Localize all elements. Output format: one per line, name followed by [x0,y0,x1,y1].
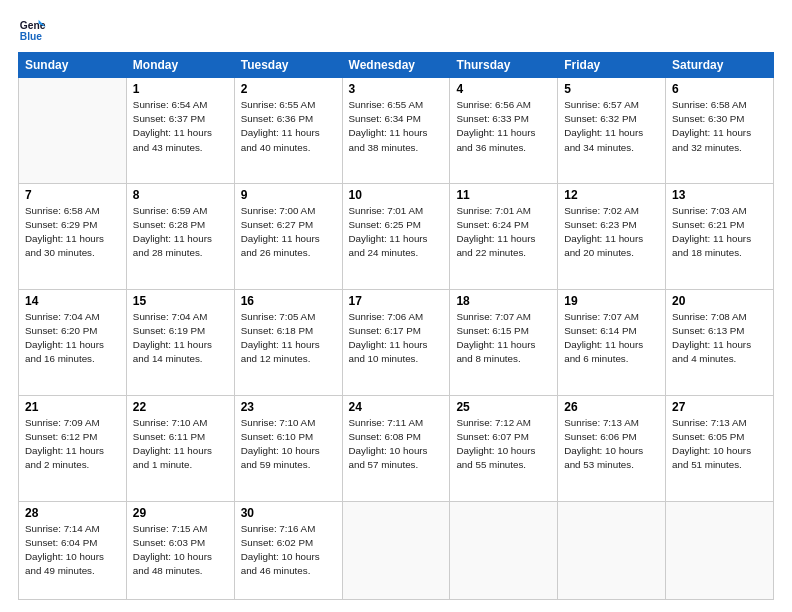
calendar-day-cell: 17Sunrise: 7:06 AMSunset: 6:17 PMDayligh… [342,289,450,395]
calendar-day-cell: 21Sunrise: 7:09 AMSunset: 6:12 PMDayligh… [19,395,127,501]
calendar-day-cell [342,501,450,600]
calendar-day-cell: 26Sunrise: 7:13 AMSunset: 6:06 PMDayligh… [558,395,666,501]
calendar-day-cell [19,78,127,184]
day-number: 10 [349,188,444,202]
day-number: 4 [456,82,551,96]
day-info: Sunrise: 7:02 AMSunset: 6:23 PMDaylight:… [564,204,659,261]
day-of-week-header: Friday [558,53,666,78]
day-number: 9 [241,188,336,202]
day-number: 20 [672,294,767,308]
day-of-week-header: Wednesday [342,53,450,78]
page-header: General Blue [18,16,774,44]
day-number: 17 [349,294,444,308]
day-number: 24 [349,400,444,414]
day-info: Sunrise: 7:08 AMSunset: 6:13 PMDaylight:… [672,310,767,367]
day-info: Sunrise: 7:07 AMSunset: 6:14 PMDaylight:… [564,310,659,367]
calendar-day-cell: 13Sunrise: 7:03 AMSunset: 6:21 PMDayligh… [666,183,774,289]
day-number: 13 [672,188,767,202]
day-number: 19 [564,294,659,308]
day-number: 26 [564,400,659,414]
svg-text:General: General [20,20,46,31]
day-number: 18 [456,294,551,308]
day-info: Sunrise: 7:01 AMSunset: 6:24 PMDaylight:… [456,204,551,261]
calendar-day-cell: 30Sunrise: 7:16 AMSunset: 6:02 PMDayligh… [234,501,342,600]
day-info: Sunrise: 7:10 AMSunset: 6:11 PMDaylight:… [133,416,228,473]
day-number: 3 [349,82,444,96]
day-info: Sunrise: 6:54 AMSunset: 6:37 PMDaylight:… [133,98,228,155]
calendar-day-cell: 29Sunrise: 7:15 AMSunset: 6:03 PMDayligh… [126,501,234,600]
calendar-week-row: 7Sunrise: 6:58 AMSunset: 6:29 PMDaylight… [19,183,774,289]
day-info: Sunrise: 7:04 AMSunset: 6:19 PMDaylight:… [133,310,228,367]
calendar-day-cell: 11Sunrise: 7:01 AMSunset: 6:24 PMDayligh… [450,183,558,289]
day-info: Sunrise: 6:55 AMSunset: 6:34 PMDaylight:… [349,98,444,155]
day-of-week-header: Thursday [450,53,558,78]
calendar-day-cell: 22Sunrise: 7:10 AMSunset: 6:11 PMDayligh… [126,395,234,501]
day-info: Sunrise: 7:05 AMSunset: 6:18 PMDaylight:… [241,310,336,367]
day-info: Sunrise: 6:58 AMSunset: 6:30 PMDaylight:… [672,98,767,155]
day-info: Sunrise: 7:12 AMSunset: 6:07 PMDaylight:… [456,416,551,473]
day-number: 8 [133,188,228,202]
day-number: 27 [672,400,767,414]
calendar-day-cell: 3Sunrise: 6:55 AMSunset: 6:34 PMDaylight… [342,78,450,184]
day-info: Sunrise: 7:13 AMSunset: 6:06 PMDaylight:… [564,416,659,473]
calendar-day-cell: 25Sunrise: 7:12 AMSunset: 6:07 PMDayligh… [450,395,558,501]
day-number: 23 [241,400,336,414]
calendar-day-cell: 9Sunrise: 7:00 AMSunset: 6:27 PMDaylight… [234,183,342,289]
calendar-day-cell: 10Sunrise: 7:01 AMSunset: 6:25 PMDayligh… [342,183,450,289]
day-info: Sunrise: 7:16 AMSunset: 6:02 PMDaylight:… [241,522,336,579]
logo-icon: General Blue [18,16,46,44]
calendar-day-cell: 4Sunrise: 6:56 AMSunset: 6:33 PMDaylight… [450,78,558,184]
day-number: 21 [25,400,120,414]
calendar-week-row: 14Sunrise: 7:04 AMSunset: 6:20 PMDayligh… [19,289,774,395]
day-number: 22 [133,400,228,414]
calendar-week-row: 21Sunrise: 7:09 AMSunset: 6:12 PMDayligh… [19,395,774,501]
day-number: 5 [564,82,659,96]
calendar-day-cell: 23Sunrise: 7:10 AMSunset: 6:10 PMDayligh… [234,395,342,501]
calendar-day-cell: 27Sunrise: 7:13 AMSunset: 6:05 PMDayligh… [666,395,774,501]
day-info: Sunrise: 7:13 AMSunset: 6:05 PMDaylight:… [672,416,767,473]
calendar-day-cell: 15Sunrise: 7:04 AMSunset: 6:19 PMDayligh… [126,289,234,395]
calendar-day-cell: 24Sunrise: 7:11 AMSunset: 6:08 PMDayligh… [342,395,450,501]
calendar-day-cell: 2Sunrise: 6:55 AMSunset: 6:36 PMDaylight… [234,78,342,184]
calendar-day-cell: 14Sunrise: 7:04 AMSunset: 6:20 PMDayligh… [19,289,127,395]
calendar-day-cell: 19Sunrise: 7:07 AMSunset: 6:14 PMDayligh… [558,289,666,395]
day-number: 30 [241,506,336,520]
day-number: 15 [133,294,228,308]
logo: General Blue [18,16,50,44]
calendar-header-row: SundayMondayTuesdayWednesdayThursdayFrid… [19,53,774,78]
day-info: Sunrise: 7:01 AMSunset: 6:25 PMDaylight:… [349,204,444,261]
day-info: Sunrise: 7:04 AMSunset: 6:20 PMDaylight:… [25,310,120,367]
svg-text:Blue: Blue [20,31,43,42]
day-info: Sunrise: 6:55 AMSunset: 6:36 PMDaylight:… [241,98,336,155]
calendar-day-cell [558,501,666,600]
calendar-day-cell: 5Sunrise: 6:57 AMSunset: 6:32 PMDaylight… [558,78,666,184]
day-info: Sunrise: 7:07 AMSunset: 6:15 PMDaylight:… [456,310,551,367]
calendar-day-cell: 16Sunrise: 7:05 AMSunset: 6:18 PMDayligh… [234,289,342,395]
calendar-day-cell: 1Sunrise: 6:54 AMSunset: 6:37 PMDaylight… [126,78,234,184]
calendar-day-cell: 18Sunrise: 7:07 AMSunset: 6:15 PMDayligh… [450,289,558,395]
calendar-day-cell [666,501,774,600]
day-info: Sunrise: 7:00 AMSunset: 6:27 PMDaylight:… [241,204,336,261]
calendar-day-cell: 7Sunrise: 6:58 AMSunset: 6:29 PMDaylight… [19,183,127,289]
day-info: Sunrise: 7:09 AMSunset: 6:12 PMDaylight:… [25,416,120,473]
calendar-week-row: 28Sunrise: 7:14 AMSunset: 6:04 PMDayligh… [19,501,774,600]
calendar-day-cell: 6Sunrise: 6:58 AMSunset: 6:30 PMDaylight… [666,78,774,184]
calendar-day-cell: 28Sunrise: 7:14 AMSunset: 6:04 PMDayligh… [19,501,127,600]
day-of-week-header: Saturday [666,53,774,78]
day-number: 11 [456,188,551,202]
day-info: Sunrise: 7:06 AMSunset: 6:17 PMDaylight:… [349,310,444,367]
day-of-week-header: Monday [126,53,234,78]
calendar-day-cell [450,501,558,600]
day-number: 29 [133,506,228,520]
day-number: 28 [25,506,120,520]
calendar-table: SundayMondayTuesdayWednesdayThursdayFrid… [18,52,774,600]
day-info: Sunrise: 6:59 AMSunset: 6:28 PMDaylight:… [133,204,228,261]
day-info: Sunrise: 6:56 AMSunset: 6:33 PMDaylight:… [456,98,551,155]
day-number: 1 [133,82,228,96]
day-number: 6 [672,82,767,96]
day-number: 16 [241,294,336,308]
day-info: Sunrise: 7:11 AMSunset: 6:08 PMDaylight:… [349,416,444,473]
day-info: Sunrise: 6:57 AMSunset: 6:32 PMDaylight:… [564,98,659,155]
day-number: 14 [25,294,120,308]
day-number: 25 [456,400,551,414]
